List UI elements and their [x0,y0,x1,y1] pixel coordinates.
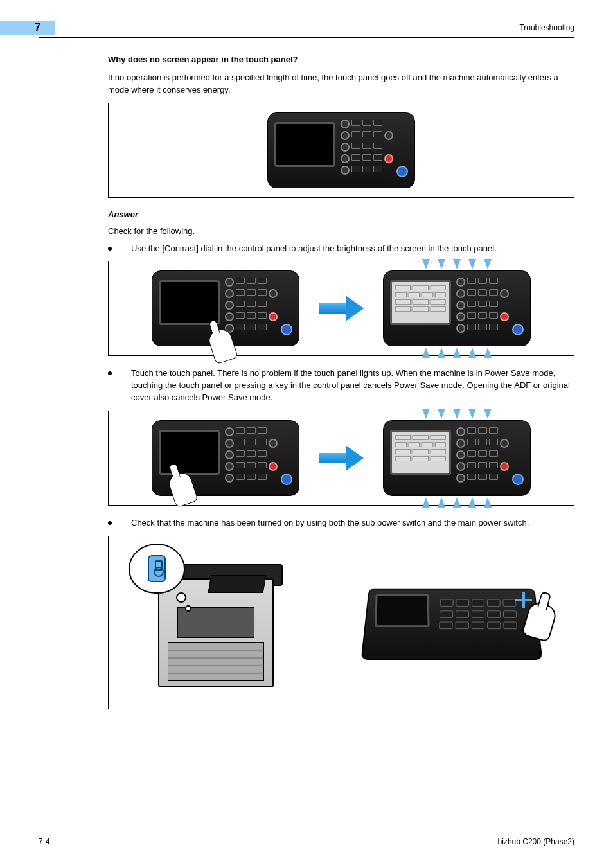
thought-dot-icon [185,605,191,612]
dial-icon [341,143,350,152]
start-button-icon [396,166,408,177]
bullet-text: Touch the touch panel. There is no probl… [131,368,574,404]
sub-power-switch-illustration [359,565,551,680]
page-number: 7-4 [39,837,49,846]
chapter-tab: 7 [0,21,55,35]
figure-panel-off [108,103,574,198]
header-section-title: Troubleshooting [519,23,574,32]
touch-screen-off [159,280,220,325]
touch-screen-on [390,430,451,475]
thought-bubble-icon [129,544,185,594]
figure-contrast-adjust [108,261,574,356]
power-switch-icon [148,555,166,582]
dial-icon [341,131,350,140]
stop-button-icon [384,154,393,163]
bullet-dot-icon [108,371,112,375]
rays-top-icon [409,259,505,269]
access-dial-icon [384,131,393,140]
bullet-dot-icon [108,247,112,251]
contrast-dial-icon [341,166,350,175]
header-divider [39,37,574,38]
intro-paragraph: If no operation is performed for a speci… [108,72,574,96]
bullet-list: Check that the machine has been turned o… [108,517,574,529]
arrow-icon [319,296,364,321]
arrow-icon [319,445,364,471]
bullet-text: Use the [Contrast] dial in the control p… [131,243,574,255]
bullet-item: Check that the machine has been turned o… [108,517,574,529]
question-heading: Why does no screen appear in the touch p… [108,55,574,64]
figure-touch-panel [108,411,574,506]
press-spark-icon [515,592,532,608]
thought-dot-icon [176,592,186,603]
touch-screen-off [159,430,220,475]
bullet-item: Touch the touch panel. There is no probl… [108,368,574,404]
bullet-dot-icon [108,521,112,525]
dial-icon [341,154,350,163]
control-panel-off-touch [152,420,299,496]
control-panel-off-hand [152,270,299,346]
control-panel-lit [383,420,531,496]
answer-intro: Check for the following. [108,226,574,238]
touch-screen-on [390,280,451,325]
content-area: Why does no screen appear in the touch p… [108,55,574,709]
bullet-item: Use the [Contrast] dial in the control p… [108,243,574,255]
page-header: 7 Troubleshooting [39,21,574,35]
bullet-text: Check that the machine has been turned o… [131,517,574,529]
copier-main-switch-illustration [132,545,312,700]
control-panel-lit [383,270,531,346]
dial-icon [341,120,350,128]
figure-power-switches [108,536,574,709]
page-footer: 7-4 bizhub C200 (Phase2) [39,833,574,846]
bullet-list: Touch the touch panel. There is no probl… [108,368,574,404]
rays-top-icon [409,409,505,419]
chapter-number: 7 [35,22,40,33]
control-panel-off [267,112,415,188]
rays-bottom-icon [409,497,505,508]
rays-bottom-icon [409,348,505,358]
answer-heading: Answer [108,209,574,219]
touch-screen-off [274,122,335,167]
bullet-list: Use the [Contrast] dial in the control p… [108,243,574,255]
product-name: bizhub C200 (Phase2) [498,837,574,846]
